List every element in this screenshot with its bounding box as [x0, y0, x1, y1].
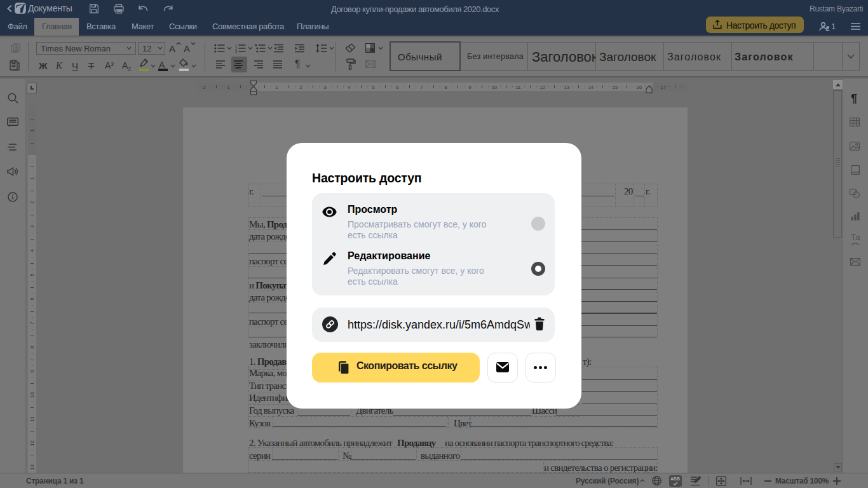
svg-text:3: 3	[235, 50, 237, 53]
